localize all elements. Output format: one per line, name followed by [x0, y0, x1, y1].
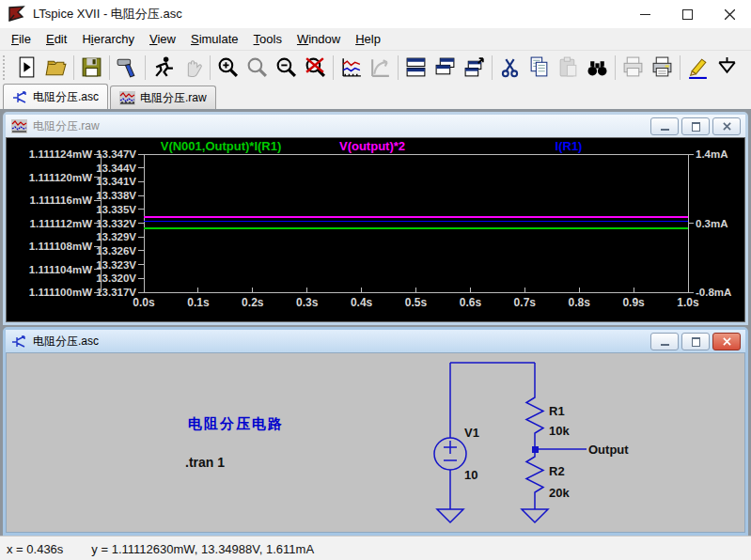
save-button[interactable]	[77, 54, 106, 82]
toolbar-separator	[492, 55, 493, 80]
open-file-button[interactable]	[41, 54, 70, 82]
tab-schematic[interactable]: 电阻分压.asc	[3, 84, 108, 109]
open-file-icon	[44, 55, 68, 79]
voltage-source-v1[interactable]	[434, 438, 466, 470]
cascade-windows-button[interactable]	[430, 54, 460, 82]
place-ground-button[interactable]	[712, 54, 742, 82]
pan-hand-icon	[180, 55, 204, 79]
schematic-canvas[interactable]: V1 10 R1 10k R2 20k Output 电阻分压电路 .tran …	[6, 352, 745, 533]
schematic-window-title: 电阻分压.asc	[33, 334, 99, 350]
legend-trace-label[interactable]: V(N001,Output)*I(R1)	[161, 139, 282, 153]
component-name[interactable]: R1	[549, 404, 565, 418]
print-preview-button[interactable]	[618, 54, 648, 82]
component-name[interactable]: R2	[549, 464, 565, 478]
cut-button[interactable]	[495, 54, 524, 82]
activate-window-button[interactable]	[460, 54, 489, 82]
run-simulation-icon	[151, 55, 175, 79]
zoom-in-button[interactable]	[213, 54, 243, 82]
waveform-window-titlebar[interactable]: 电阻分压.raw	[6, 115, 745, 137]
place-ground-icon	[715, 55, 739, 79]
toolbar-separator	[680, 55, 681, 80]
menu-tools[interactable]: Tools	[246, 30, 289, 48]
find-button[interactable]	[583, 54, 612, 82]
close-icon	[725, 9, 735, 20]
paste-button[interactable]	[554, 54, 583, 82]
control-panel-button[interactable]	[113, 54, 142, 82]
waveform-icon	[11, 119, 27, 133]
new-schematic-icon	[15, 55, 39, 79]
toolbar	[0, 50, 751, 85]
cursor-y-readout: y = 1.11112630mW, 13.34988V, 1.611mA	[91, 542, 314, 556]
toolbar-grip[interactable]	[3, 55, 8, 80]
zoom-previous-icon	[245, 55, 269, 79]
zoom-full-extents-button[interactable]	[301, 54, 330, 82]
toolbar-separator	[109, 55, 110, 80]
tile-windows-icon	[404, 55, 428, 79]
tab-waveform[interactable]: 电阻分压.raw	[110, 86, 216, 109]
menu-file[interactable]: File	[4, 30, 39, 48]
save-icon	[80, 55, 103, 79]
zoom-out-icon	[274, 55, 298, 79]
waveform-plot-area[interactable]: 1.111124mW1.111120mW1.111116mW1.111112mW…	[6, 137, 745, 322]
ground-symbol[interactable]	[522, 509, 548, 522]
autorange-waveform-button[interactable]	[336, 54, 366, 82]
maximize-button[interactable]	[666, 0, 709, 28]
print-preview-icon	[621, 55, 645, 79]
zoom-in-icon	[216, 55, 240, 79]
child-minimize-button[interactable]	[650, 333, 679, 350]
resistor-r2[interactable]	[526, 453, 543, 497]
menu-help[interactable]: Help	[348, 30, 388, 48]
component-name[interactable]: V1	[464, 426, 479, 440]
legend-trace-label[interactable]: I(R1)	[555, 139, 583, 153]
child-restore-button[interactable]	[681, 117, 710, 135]
wire[interactable]	[450, 363, 535, 438]
schematic-icon	[11, 334, 27, 349]
child-close-button[interactable]	[712, 333, 741, 350]
menu-bar: FileEditHierarchyViewSimulateToolsWindow…	[0, 28, 751, 50]
mdi-area: 电阻分压.raw 1.111124mW1.111120mW1.111116mW1…	[0, 109, 751, 536]
circuit-drawing: V1 10 R1 10k R2 20k Output	[7, 353, 746, 532]
tab-label: 电阻分压.raw	[140, 90, 207, 106]
component-value[interactable]: 20k	[549, 486, 570, 500]
menu-hierarchy[interactable]: Hierarchy	[74, 30, 142, 48]
toolbar-separator	[145, 55, 146, 80]
waveform-icon	[119, 91, 135, 105]
copy-button[interactable]	[524, 54, 554, 82]
cascade-windows-icon	[433, 55, 457, 79]
edit-label-button[interactable]	[683, 54, 712, 82]
run-simulation-button[interactable]	[149, 54, 178, 82]
plot-settings-button[interactable]	[366, 54, 395, 82]
ground-symbol[interactable]	[437, 509, 463, 522]
component-value[interactable]: 10k	[549, 424, 570, 438]
child-minimize-button[interactable]	[650, 117, 679, 135]
net-label[interactable]: Output	[588, 443, 629, 457]
node-junction	[532, 446, 539, 453]
window-titlebar: LTspice XVII - 电阻分压.asc	[0, 0, 751, 29]
pan-hand-button[interactable]	[178, 54, 207, 82]
child-restore-button[interactable]	[681, 333, 710, 350]
menu-simulate[interactable]: Simulate	[183, 30, 246, 48]
zoom-out-button[interactable]	[272, 54, 301, 82]
zoom-previous-button[interactable]	[243, 54, 272, 82]
tile-windows-button[interactable]	[401, 54, 430, 82]
new-schematic-button[interactable]	[12, 54, 41, 82]
schematic-icon	[12, 90, 28, 104]
minimize-button[interactable]	[624, 0, 666, 28]
cursor-x-readout: x = 0.436s	[7, 542, 63, 556]
resistor-r1[interactable]	[526, 394, 543, 438]
child-close-button[interactable]	[712, 117, 741, 135]
print-button[interactable]	[648, 54, 677, 82]
tab-bar: 电阻分压.asc 电阻分压.raw	[0, 83, 751, 109]
print-icon	[650, 55, 674, 79]
menu-window[interactable]: Window	[289, 30, 348, 48]
circuit-title-text[interactable]: 电阻分压电路	[188, 415, 284, 433]
spice-directive[interactable]: .tran 1	[185, 455, 225, 470]
menu-view[interactable]: View	[142, 30, 183, 48]
close-button[interactable]	[709, 0, 751, 28]
waveform-window-title: 电阻分压.raw	[33, 118, 100, 134]
component-value[interactable]: 10	[464, 468, 477, 482]
schematic-window-titlebar[interactable]: 电阻分压.asc	[6, 330, 745, 352]
menu-edit[interactable]: Edit	[39, 30, 74, 48]
plot-settings-icon	[368, 55, 392, 79]
legend-trace-label[interactable]: V(output)*2	[339, 139, 405, 153]
